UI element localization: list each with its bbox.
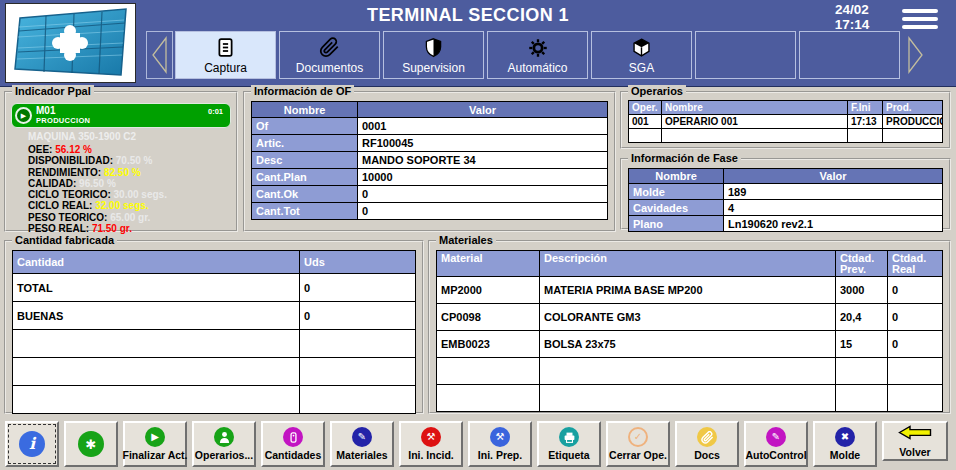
table-row[interactable] — [437, 385, 943, 412]
table-row[interactable] — [437, 358, 943, 385]
ini-prep-button[interactable]: ⚒Ini. Prep. — [468, 421, 532, 467]
autocontrol-button[interactable]: ✎AutoControl — [744, 421, 808, 467]
tab-label: SGA — [629, 61, 654, 75]
tab-label: Documentos — [296, 61, 363, 75]
cell-value — [540, 385, 836, 412]
tab-scroll-left-button[interactable] — [146, 31, 173, 79]
cell-value: 0 — [888, 331, 943, 358]
tab-list: CapturaDocumentosSupervisionAutomáticoSG… — [175, 31, 900, 79]
table-row: Artic.RF100045 — [252, 135, 608, 152]
metric-value: 30.00 segs. — [114, 189, 167, 200]
cell-value: EMB0023 — [437, 331, 540, 358]
info-button[interactable]: i — [5, 421, 59, 467]
volver-button[interactable]: Volver — [882, 421, 948, 461]
column-header: Nombre — [252, 102, 358, 118]
cell-value: BOLSA 23x75 — [540, 331, 836, 358]
cell-value: 15 — [836, 331, 888, 358]
panel-legend: Materiales — [436, 234, 496, 246]
tab-sga[interactable]: SGA — [591, 31, 692, 79]
time-value: 17:14 — [820, 18, 884, 33]
table-row[interactable] — [13, 386, 416, 414]
table-row[interactable]: EMB0023BOLSA 23x75150 — [437, 331, 943, 358]
tab-automatico[interactable]: Automático — [487, 31, 588, 79]
molde-button[interactable]: ✖Molde — [813, 421, 877, 467]
cell-value — [540, 358, 836, 385]
cell-value: 10000 — [358, 169, 608, 186]
cell-value: 20,4 — [836, 304, 888, 331]
running-state-icon: ▶ — [15, 107, 32, 124]
cantidades-button[interactable]: Cantidades — [261, 421, 325, 467]
cell-value — [629, 129, 662, 143]
tab-empty-6[interactable] — [799, 31, 900, 79]
column-header: Material — [437, 251, 540, 277]
cell-value — [300, 386, 416, 414]
cell-value — [300, 330, 416, 358]
person-icon — [214, 427, 234, 447]
tab-captura[interactable]: Captura — [175, 31, 276, 79]
field-label: Of — [252, 118, 358, 135]
tab-empty-5[interactable] — [695, 31, 796, 79]
hammers-icon: ⚒ — [490, 427, 510, 447]
metric-value: 71.50 gr. — [92, 223, 132, 234]
operarios-panel: Operarios Oper.NombreF.IniProd.001OPERAR… — [620, 91, 951, 149]
cell-value — [662, 129, 848, 143]
table-row[interactable]: TOTAL0 — [13, 274, 416, 302]
new-activity-button[interactable]: ✱ — [64, 421, 118, 467]
state-timer: 0:01 — [208, 107, 223, 116]
tab-documentos[interactable]: Documentos — [279, 31, 380, 79]
table-row[interactable]: MP2000MATERIA PRIMA BASE MP20030000 — [437, 277, 943, 304]
cerrar-ope-button[interactable]: ✓Cerrar Ope. — [606, 421, 670, 467]
docs-button[interactable]: Docs — [675, 421, 739, 467]
materiales-button[interactable]: ✎Materiales — [330, 421, 394, 467]
table-row[interactable] — [13, 330, 416, 358]
panel-legend: Cantidad fabricada — [12, 234, 117, 246]
table-row[interactable] — [629, 129, 943, 143]
tab-supervision[interactable]: Supervision — [383, 31, 484, 79]
metric-ciclo-real: CICLO REAL: 32.00 segs. — [28, 200, 236, 211]
tab-label: Automático — [507, 61, 567, 75]
machine-status-box[interactable]: ▶ M01 PRODUCCION 0:01 — [11, 103, 231, 128]
field-label: Molde — [629, 184, 724, 200]
cell-value: 0 — [300, 302, 416, 330]
metric-label: CICLO TEORICO: — [28, 189, 114, 200]
table-row[interactable]: 001OPERARIO 00117:13PRODUCCION — [629, 115, 943, 129]
metric-value: 65.00 gr. — [110, 212, 150, 223]
printer-icon — [559, 427, 579, 447]
finalizar-act-button[interactable]: ▶Finalizar Act. — [123, 421, 187, 467]
button-label: Ini. Incid. — [408, 449, 454, 461]
cell-value: Ln190620 rev2.1 — [724, 216, 943, 232]
cell-value: 3000 — [836, 277, 888, 304]
ini-incid-button[interactable]: ⚒Ini. Incid. — [399, 421, 463, 467]
table-row[interactable]: BUENAS0 — [13, 302, 416, 330]
cell-value: COLORANTE GM3 — [540, 304, 836, 331]
panel-legend: Operarios — [628, 85, 686, 97]
button-label: Operarios... — [195, 449, 253, 461]
metric-label: CICLO REAL: — [28, 200, 95, 211]
metric-rendimiento: RENDIMIENTO: 82.50 % — [28, 167, 236, 178]
cell-value: PRODUCCION — [883, 115, 943, 129]
field-label: Desc — [252, 152, 358, 169]
cell-value — [437, 385, 540, 412]
panel-legend: Información de OF — [251, 85, 354, 97]
cell-value: 0 — [358, 203, 608, 220]
etiqueta-button[interactable]: Etiqueta — [537, 421, 601, 467]
tab-scroll-right-button[interactable] — [901, 31, 928, 79]
panel-legend: Información de Fase — [628, 152, 741, 164]
page-title: TERMINAL SECCION 1 — [140, 5, 796, 26]
button-label: Cerrar Ope. — [609, 449, 667, 461]
table-row[interactable] — [13, 358, 416, 386]
table-row: Of0001 — [252, 118, 608, 135]
operarios-button[interactable]: Operarios... — [192, 421, 256, 467]
cell-value: 189 — [724, 184, 943, 200]
column-header: Valor — [724, 169, 943, 184]
field-label: Cant.Ok — [252, 186, 358, 203]
table-row: Cant.Ok0 — [252, 186, 608, 203]
cube-icon — [631, 36, 652, 60]
paperclip-white-icon — [697, 427, 717, 447]
gear-icon — [528, 36, 548, 60]
cell-value — [836, 385, 888, 412]
pinwheel-icon: ✖ — [835, 427, 855, 447]
cell-value — [437, 358, 540, 385]
table-row[interactable]: CP0098COLORANTE GM320,40 — [437, 304, 943, 331]
field-label: Cavidades — [629, 200, 724, 216]
